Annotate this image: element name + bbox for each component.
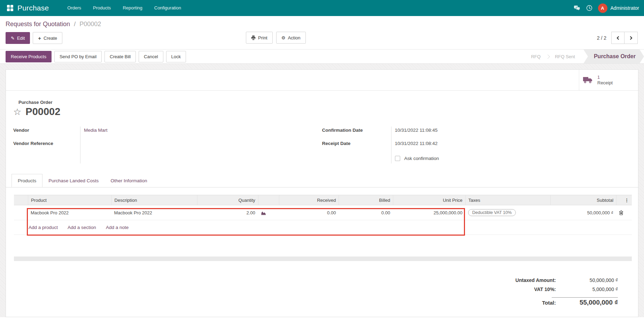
printer-icon xyxy=(251,36,256,40)
cell-received: 0.00 xyxy=(279,210,339,215)
confirmation-date-value: 10/31/2022 11:08:45 xyxy=(395,127,631,140)
receipt-count: 1 xyxy=(597,75,613,80)
field-groups: Vendor Vendor Reference Media Mart Confi… xyxy=(6,117,638,163)
add-a-product-link[interactable]: Add a product xyxy=(29,225,58,230)
tab-purchase-landed-costs[interactable]: Purchase Landed Costs xyxy=(42,174,104,187)
breadcrumb-parent-link[interactable]: Requests for Quotation xyxy=(6,21,70,28)
receipt-label: Receipt xyxy=(597,80,613,86)
cell-product: Macbook Pro 2022 xyxy=(28,210,111,215)
action-button[interactable]: ⚙ Action xyxy=(276,32,306,44)
control-panel: Requests for Quotation / P00002 ✎ Edit +… xyxy=(0,16,644,49)
confirmation-date-label: Confirmation Date xyxy=(322,127,391,140)
gear-icon: ⚙ xyxy=(281,36,286,40)
section-divider-bar xyxy=(14,257,632,261)
pager-next-button[interactable] xyxy=(624,32,638,44)
product-column-header[interactable]: Product xyxy=(28,195,111,205)
list-footer-links: Add a product Add a section Add a note xyxy=(14,220,632,235)
form-background: 1 Receipt Purchase Order ☆ P00002 Vendor… xyxy=(0,64,644,317)
cell-taxes: Deductible VAT 10% xyxy=(465,209,551,216)
ask-confirmation-checkbox[interactable] xyxy=(395,156,400,161)
vendor-label: Vendor xyxy=(13,127,80,140)
nav-item-configuration[interactable]: Configuration xyxy=(148,0,187,16)
favorite-star-icon[interactable]: ☆ xyxy=(13,107,21,116)
untaxed-amount-label: Untaxed Amount: xyxy=(474,277,556,283)
tab-other-information[interactable]: Other Information xyxy=(104,174,153,187)
page-title: P00002 xyxy=(25,106,60,117)
receipt-date-value: 10/31/2022 11:08:42 xyxy=(395,140,631,153)
smart-button-box: 1 Receipt xyxy=(6,70,638,91)
receipt-smart-button[interactable]: 1 Receipt xyxy=(579,70,638,90)
subtotal-column-header[interactable]: Subtotal xyxy=(550,195,616,205)
optional-columns-icon[interactable]: ⋮ xyxy=(616,195,632,205)
statusbar-step-purchase-order[interactable]: Purchase Order xyxy=(583,49,644,64)
forecast-column-header xyxy=(258,195,279,205)
cancel-button[interactable]: Cancel xyxy=(139,51,163,62)
user-name[interactable]: Administrator xyxy=(611,5,639,11)
totals-block: Untaxed Amount: 50,000,000 ₫ VAT 10%: 5,… xyxy=(468,277,618,308)
cell-unit-price: 25,000,000.00 xyxy=(393,210,465,215)
breadcrumb: Requests for Quotation / P00002 xyxy=(6,21,638,28)
nav-item-products[interactable]: Products xyxy=(87,0,117,16)
create-button[interactable]: + Create xyxy=(33,32,62,44)
create-bill-button[interactable]: Create Bill xyxy=(104,51,136,62)
plus-icon: + xyxy=(38,36,41,41)
breadcrumb-current: P00002 xyxy=(79,21,101,28)
statusbar-step-rfq-sent[interactable]: RFQ Sent xyxy=(550,54,580,59)
status-button-bar: Receive Products Send PO by Email Create… xyxy=(0,49,644,64)
cell-quantity: 2.00 xyxy=(197,210,258,215)
handle-column-header xyxy=(14,195,28,205)
app-brand[interactable]: Purchase xyxy=(17,4,49,12)
truck-icon xyxy=(583,76,593,84)
order-lines-table: Product Description Quantity Received Bi… xyxy=(14,195,632,235)
statusbar-separator-icon xyxy=(545,54,550,59)
top-nav: Purchase Orders Products Reporting Confi… xyxy=(0,0,644,16)
pager-value[interactable]: 2 / 2 xyxy=(597,35,606,41)
forecast-chart-icon[interactable] xyxy=(258,211,279,215)
add-a-section-link[interactable]: Add a section xyxy=(68,225,96,230)
lock-button[interactable]: Lock xyxy=(166,51,186,62)
pencil-icon: ✎ xyxy=(11,36,15,40)
received-column-header[interactable]: Received xyxy=(279,195,339,205)
chevron-left-icon xyxy=(616,36,620,40)
table-row[interactable]: Macbook Pro 2022 Macbook Pro 2022 2.00 0… xyxy=(14,205,632,220)
odoo-purchase-order-screen: Purchase Orders Products Reporting Confi… xyxy=(0,0,644,321)
user-avatar[interactable]: A xyxy=(598,3,607,13)
receipt-date-label: Receipt Date xyxy=(322,140,391,153)
tax-tag: Deductible VAT 10% xyxy=(468,209,516,216)
total-separator xyxy=(552,297,618,298)
pager-previous-button[interactable] xyxy=(611,32,624,44)
untaxed-amount-value: 50,000,000 ₫ xyxy=(556,277,618,283)
ask-confirmation-label: Ask confirmation xyxy=(404,156,439,161)
breadcrumb-separator: / xyxy=(74,21,76,28)
vat-value: 5,000,000 ₫ xyxy=(556,286,618,292)
nav-item-orders[interactable]: Orders xyxy=(61,0,87,16)
total-label: Total: xyxy=(474,300,556,306)
receive-products-button[interactable]: Receive Products xyxy=(6,51,52,62)
taxes-column-header[interactable]: Taxes xyxy=(465,195,551,205)
apps-menu-icon[interactable] xyxy=(7,5,13,11)
statusbar-step-rfq[interactable]: RFQ xyxy=(526,54,545,59)
vendor-reference-value xyxy=(84,140,322,153)
messages-icon[interactable] xyxy=(574,5,581,12)
activities-clock-icon[interactable] xyxy=(586,5,593,12)
table-header-row: Product Description Quantity Received Bi… xyxy=(14,195,632,205)
title-block: Purchase Order ☆ P00002 xyxy=(6,91,638,117)
cell-billed: 0.00 xyxy=(339,210,393,215)
total-value: 55,000,000 ₫ xyxy=(556,299,618,306)
quantity-column-header[interactable]: Quantity xyxy=(197,195,258,205)
nav-item-reporting[interactable]: Reporting xyxy=(117,0,148,16)
send-po-by-email-button[interactable]: Send PO by Email xyxy=(54,51,102,62)
delete-row-icon[interactable] xyxy=(616,210,632,215)
add-a-note-link[interactable]: Add a note xyxy=(106,225,129,230)
vendor-value-link[interactable]: Media Mart xyxy=(84,127,322,140)
description-column-header[interactable]: Description xyxy=(111,195,197,205)
form-sheet: 1 Receipt Purchase Order ☆ P00002 Vendor… xyxy=(6,69,638,317)
unit-price-column-header[interactable]: Unit Price xyxy=(393,195,465,205)
vat-label: VAT 10%: xyxy=(474,286,556,292)
vendor-reference-label: Vendor Reference xyxy=(13,140,80,153)
edit-button[interactable]: ✎ Edit xyxy=(6,32,30,44)
tab-products[interactable]: Products xyxy=(11,174,42,187)
print-button[interactable]: Print xyxy=(246,32,273,44)
billed-column-header[interactable]: Billed xyxy=(339,195,393,205)
notebook-tabs: Products Purchase Landed Costs Other Inf… xyxy=(6,174,638,188)
